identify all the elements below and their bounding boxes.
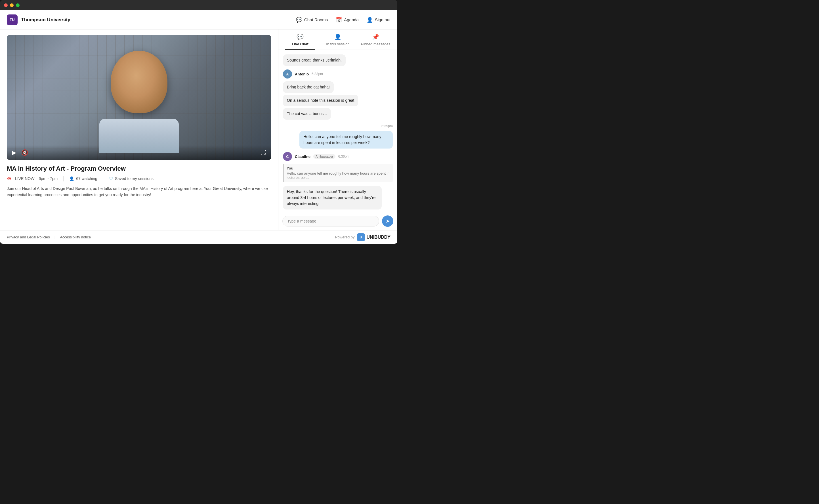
bubble-claudine: Hey, thanks for the question! There is u…: [283, 186, 382, 209]
agenda-icon: 📅: [336, 17, 342, 23]
timestamp-self: 6:35pm: [381, 124, 393, 128]
reply-quote: You Hello, can anyone tell me roughly ho…: [283, 164, 393, 182]
fullscreen-button[interactable]: ⛶: [260, 149, 267, 156]
mute-button[interactable]: 🔇: [21, 149, 29, 156]
quote-text: Hello, can anyone tell me roughly how ma…: [287, 171, 390, 180]
tab-live-chat[interactable]: 💬 Live Chat: [281, 29, 319, 50]
time-claudine: 6:36pm: [338, 154, 350, 158]
bubble-antonio-2: On a serious note this session is great: [283, 95, 358, 106]
live-chat-tab-label: Live Chat: [292, 42, 309, 46]
unibuddy-logo: U UNIBUDDY: [357, 233, 391, 241]
badge-ambassador: Ambassador: [313, 154, 335, 159]
bubble-self: Hello, can anyone tell me roughly how ma…: [299, 131, 393, 149]
shirt-area: [99, 119, 179, 153]
sender-claudine: Claudine: [295, 154, 311, 159]
video-player: ▶ 🔇 ⛶: [7, 35, 271, 160]
watching-count: 👤 67 watching: [69, 176, 97, 181]
live-indicator: LIVE NOW · 6pm - 7pm: [7, 176, 58, 181]
main-content: ▶ 🔇 ⛶ MA in History of Art - Program Ove…: [0, 29, 397, 230]
titlebar: [0, 0, 397, 10]
nav-left: TU Thompson University: [7, 14, 70, 25]
tab-pinned[interactable]: 📌 Pinned messages: [357, 29, 394, 50]
navbar: TU Thompson University 💬 Chat Rooms 📅 Ag…: [0, 10, 397, 29]
bubble-antonio-3: The cat was a bonus...: [283, 108, 331, 120]
live-chat-tab-icon: 💬: [297, 33, 304, 40]
pinned-tab-label: Pinned messages: [361, 42, 390, 46]
footer: Privacy and Legal Policies | Accessibili…: [0, 230, 397, 244]
agenda-label: Agenda: [344, 17, 359, 22]
avatar-antonio: A: [283, 69, 292, 79]
msg-header-antonio: A Antonio 6:33pm: [283, 69, 393, 79]
session-info: MA in History of Art - Program Overview …: [7, 160, 271, 202]
quote-name: You: [287, 166, 390, 170]
session-meta: LIVE NOW · 6pm - 7pm 👤 67 watching ♡ Sav…: [7, 176, 271, 181]
play-button[interactable]: ▶: [11, 149, 17, 156]
unibuddy-icon: U: [357, 233, 365, 241]
avatar-claudine: C: [283, 152, 292, 161]
presenter-face: [99, 51, 179, 136]
send-button[interactable]: ➤: [382, 215, 393, 227]
video-person: [7, 35, 271, 160]
footer-divider: |: [54, 235, 55, 239]
nav-chat-rooms[interactable]: 💬 Chat Rooms: [296, 17, 328, 23]
footer-right: Powered by U UNIBUDDY: [335, 233, 391, 241]
heart-icon: ♡: [109, 176, 113, 181]
live-icon: [7, 176, 13, 181]
university-name: Thompson University: [21, 17, 70, 23]
minimize-dot[interactable]: [10, 3, 14, 7]
privacy-link[interactable]: Privacy and Legal Policies: [7, 235, 50, 239]
saved-label: Saved to my sessions: [115, 176, 153, 181]
accessibility-link[interactable]: Accessibility notice: [60, 235, 91, 239]
session-description: Join our Head of Arts and Design Paul Bo…: [7, 185, 271, 198]
message-group-claudine: C Claudine Ambassador 6:36pm You Hello, …: [283, 152, 393, 209]
meta-divider-2: [103, 176, 103, 181]
bubble-continuation: Sounds great, thanks Jerimiah.: [283, 54, 346, 66]
meta-divider-1: [63, 176, 64, 181]
nav-right: 💬 Chat Rooms 📅 Agenda 👤 Sign out: [296, 17, 391, 23]
live-label: LIVE NOW: [15, 176, 34, 181]
chat-messages: Sounds great, thanks Jerimiah. A Antonio…: [278, 50, 397, 212]
footer-left: Privacy and Legal Policies | Accessibili…: [7, 235, 91, 239]
msg-header-claudine: C Claudine Ambassador 6:36pm: [283, 152, 393, 161]
left-panel: ▶ 🔇 ⛶ MA in History of Art - Program Ove…: [0, 29, 278, 230]
send-icon: ➤: [386, 218, 390, 224]
svg-point-1: [9, 178, 10, 179]
bubble-antonio-1: Bring back the cat haha!: [283, 81, 334, 93]
saved-sessions[interactable]: ♡ Saved to my sessions: [109, 176, 153, 181]
time-antonio: 6:33pm: [312, 72, 323, 76]
tab-in-session[interactable]: 👤 In this session: [319, 29, 357, 50]
message-group-self: 6:35pm Hello, can anyone tell me roughly…: [283, 123, 393, 149]
sign-out-icon: 👤: [367, 17, 373, 23]
sender-antonio: Antonio: [295, 72, 309, 76]
pinned-tab-icon: 📌: [372, 33, 379, 40]
in-session-tab-icon: 👤: [334, 33, 341, 40]
chat-rooms-label: Chat Rooms: [304, 17, 328, 22]
unibuddy-name: UNIBUDDY: [367, 235, 391, 240]
chat-tabs: 💬 Live Chat 👤 In this session 📌 Pinned m…: [278, 29, 397, 50]
chat-panel: 💬 Live Chat 👤 In this session 📌 Pinned m…: [278, 29, 397, 230]
sign-out-label: Sign out: [375, 17, 391, 22]
nav-agenda[interactable]: 📅 Agenda: [336, 17, 359, 23]
nav-sign-out[interactable]: 👤 Sign out: [367, 17, 391, 23]
message-group-continuation: Sounds great, thanks Jerimiah.: [283, 54, 393, 66]
face-circle: [111, 51, 167, 113]
session-title: MA in History of Art - Program Overview: [7, 165, 271, 172]
live-ring: [7, 176, 13, 181]
powered-by-label: Powered by: [335, 235, 355, 239]
video-placeholder: [7, 35, 271, 160]
app-container: TU Thompson University 💬 Chat Rooms 📅 Ag…: [0, 10, 397, 244]
watching-icon: 👤: [69, 176, 74, 181]
chat-input-area: ➤: [278, 212, 397, 230]
in-session-tab-label: In this session: [326, 42, 349, 46]
chat-input[interactable]: [282, 216, 379, 226]
maximize-dot[interactable]: [16, 3, 20, 7]
close-dot[interactable]: [4, 3, 8, 7]
university-logo: TU: [7, 14, 18, 25]
time-range: · 6pm - 7pm: [36, 176, 58, 181]
chat-rooms-icon: 💬: [296, 17, 302, 23]
message-group-antonio: A Antonio 6:33pm Bring back the cat haha…: [283, 69, 393, 120]
